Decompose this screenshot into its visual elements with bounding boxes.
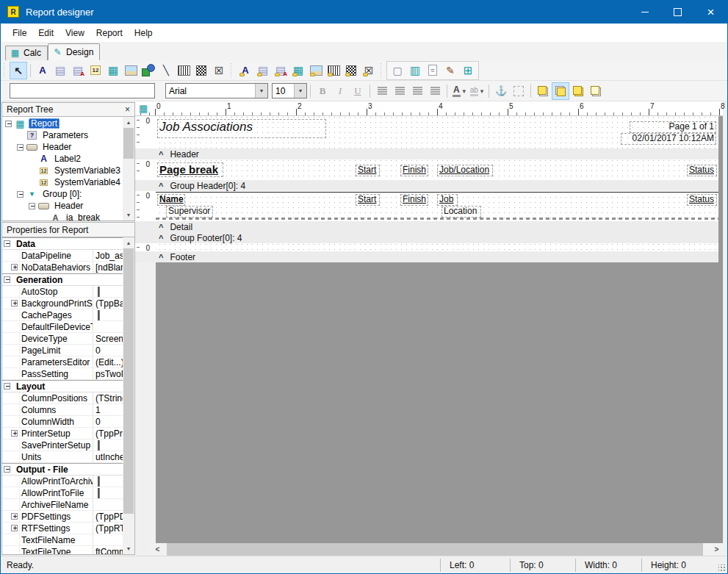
anchor-button[interactable] <box>492 82 510 100</box>
font-size-combo[interactable]: 10 ▾ <box>272 83 307 98</box>
highlight-color-button[interactable] <box>468 82 486 100</box>
checkbox-tool-button[interactable] <box>210 62 228 79</box>
tree-item-header[interactable]: Header <box>2 141 123 153</box>
dbbarcode-tool-button[interactable] <box>325 62 342 79</box>
variable-tool-button[interactable] <box>104 62 122 79</box>
property-row-datapipeline[interactable]: DataPipelineJob_ass <box>2 250 123 262</box>
label-start[interactable]: Start <box>356 165 380 176</box>
property-row-pdfsettings[interactable]: PDFSettings(TppPDF <box>2 511 123 523</box>
close-button[interactable] <box>694 0 727 24</box>
label-finish[interactable]: Finish <box>400 165 428 176</box>
line-top[interactable] <box>156 192 718 193</box>
property-value[interactable]: (TppPDF <box>93 512 123 522</box>
expand-icon[interactable] <box>11 430 18 437</box>
property-value[interactable]: psTwoPa <box>93 369 123 379</box>
align-justify-button[interactable] <box>426 82 444 100</box>
scroll-right-icon[interactable]: > <box>710 543 723 556</box>
property-value[interactable]: 1 <box>93 405 123 415</box>
property-row-units[interactable]: UnitsutInches <box>2 451 123 463</box>
property-row-pagelimit[interactable]: PageLimit0 <box>2 345 123 356</box>
align-center-button[interactable] <box>391 82 408 100</box>
scroll-thumb[interactable] <box>167 543 703 556</box>
property-row-columnwidth[interactable]: ColumnWidth0 <box>2 416 123 428</box>
detail-band-page[interactable]: NameStartFinishJobStatusSupervisorLocati… <box>156 191 718 221</box>
dbcalc-tool-button[interactable] <box>289 62 307 79</box>
barcode-tool-button[interactable] <box>175 62 192 79</box>
tree-item-parameters[interactable]: Parameters <box>2 129 123 141</box>
checkbox[interactable] <box>98 476 100 487</box>
property-value[interactable]: [ndBlank <box>93 262 123 273</box>
tab-calc[interactable]: Calc <box>5 46 48 60</box>
resize-grip[interactable] <box>718 564 726 572</box>
bring-forward-button[interactable] <box>569 82 587 100</box>
property-value[interactable]: (TppBac <box>93 298 123 309</box>
scroll-down-icon[interactable]: ▼ <box>123 209 134 220</box>
footer-band-divider[interactable]: ^Footer <box>135 251 718 262</box>
group-header-band-page[interactable]: Page breakStartFinishJob/LocationStatus <box>156 159 718 180</box>
property-row-columnpositions[interactable]: ColumnPositions(TString <box>2 392 123 404</box>
dbtext-supervisor[interactable]: Supervisor <box>166 206 213 218</box>
expand-collapse-icon[interactable] <box>4 383 10 390</box>
image-tool-button[interactable] <box>122 62 140 79</box>
property-value[interactable]: utInches <box>93 452 123 462</box>
toolbar-grip[interactable] <box>3 63 7 78</box>
checkbox[interactable] <box>98 488 100 498</box>
menu-file[interactable]: File <box>7 25 32 41</box>
expand-collapse-icon[interactable] <box>17 144 24 151</box>
property-value[interactable]: (TppRTF <box>93 523 123 534</box>
dbtext-job[interactable]: Job <box>437 194 458 206</box>
selection-box-button[interactable] <box>510 82 527 100</box>
dbcheckbox-tool-button[interactable] <box>360 62 378 79</box>
expand-icon[interactable] <box>11 513 18 520</box>
dbtext-tool-button[interactable] <box>237 62 254 79</box>
menu-help[interactable]: Help <box>129 25 159 41</box>
italic-button[interactable]: I <box>331 82 349 100</box>
tab-design[interactable]: Design <box>48 43 100 60</box>
richtext-tool-button[interactable] <box>69 62 87 79</box>
property-value[interactable]: (TppPrin <box>93 428 123 439</box>
dbimage-tool-button[interactable] <box>307 62 325 79</box>
tree-scrollbar[interactable]: ▲ ▼ <box>123 117 134 220</box>
style-tool-button[interactable] <box>442 62 459 79</box>
tree-item-systemvariable4[interactable]: SystemVariable4 <box>2 176 123 188</box>
dbmemo-tool-button[interactable] <box>254 62 272 79</box>
tree-item-header[interactable]: Header <box>2 200 123 212</box>
property-row-backgroundprintse[interactable]: BackgroundPrintSe(TppBac <box>2 298 123 309</box>
property-row-printersetup[interactable]: PrinterSetup(TppPrin <box>2 428 123 440</box>
dbtext-start[interactable]: Start <box>356 194 380 206</box>
dbtext-finish[interactable]: Finish <box>400 194 428 206</box>
property-value[interactable]: 0 <box>93 345 123 356</box>
scroll-up-icon[interactable]: ▲ <box>123 237 134 248</box>
properties-scrollbar[interactable]: ▲ ▼ <box>123 237 134 554</box>
expand-icon[interactable] <box>11 300 18 306</box>
dbtext-status[interactable]: Status <box>687 194 717 206</box>
send-backward-button[interactable] <box>587 82 605 100</box>
property-value[interactable]: (TString <box>93 393 123 403</box>
chevron-down-icon[interactable]: ▾ <box>255 84 267 98</box>
tree-item-label2[interactable]: Label2 <box>2 153 123 165</box>
property-row-defaultfiledevicet[interactable]: DefaultFileDeviceT <box>2 321 123 333</box>
scroll-thumb[interactable] <box>123 128 134 159</box>
property-row-nodatabehaviors[interactable]: NoDataBehaviors[ndBlank <box>2 262 123 273</box>
property-value[interactable]: Screen <box>93 334 123 344</box>
expand-collapse-icon[interactable] <box>4 276 10 283</box>
expand-collapse-icon[interactable] <box>29 203 35 209</box>
crosstab-tool-button[interactable] <box>459 62 477 79</box>
property-row-passsetting[interactable]: PassSettingpsTwoPa <box>2 368 123 380</box>
close-report-tree-icon[interactable] <box>125 104 130 115</box>
menu-view[interactable]: View <box>60 25 90 41</box>
property-row-columns[interactable]: Columns1 <box>2 404 123 416</box>
region-tool-button[interactable] <box>389 62 406 79</box>
property-section-output-file[interactable]: Output - File <box>2 463 123 476</box>
align-right-button[interactable] <box>408 82 426 100</box>
property-section-generation[interactable]: Generation <box>2 273 123 286</box>
dbtext-name[interactable]: Name <box>157 194 185 206</box>
label-job-associations[interactable]: Job Associations <box>157 119 326 138</box>
barcode-2d-tool-button[interactable] <box>192 62 210 79</box>
memo-tool-button[interactable] <box>51 62 69 79</box>
expand-collapse-icon[interactable] <box>5 121 12 127</box>
property-row-textfilename[interactable]: TextFileName <box>2 534 123 546</box>
label-page-break[interactable]: Page break <box>157 162 223 177</box>
property-section-data[interactable]: Data <box>2 237 123 250</box>
property-row-textfiletype[interactable]: TextFileTypeftComma <box>2 546 123 554</box>
